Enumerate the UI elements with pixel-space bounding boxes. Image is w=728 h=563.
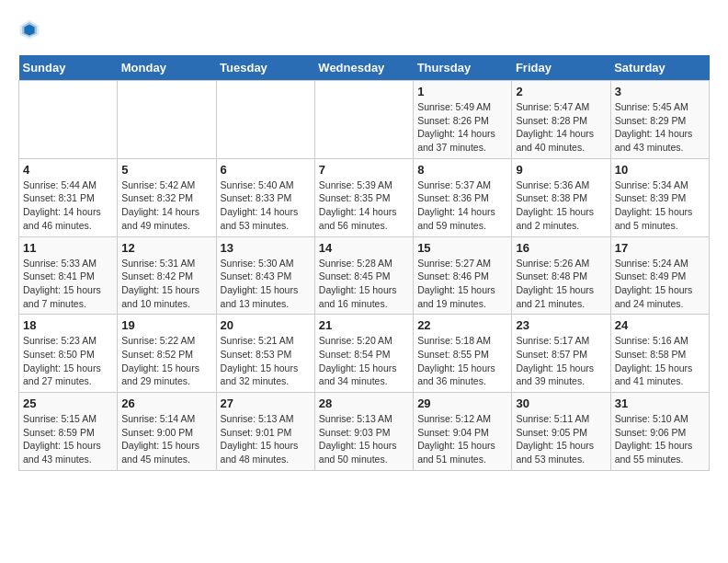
calendar-cell: 30Sunrise: 5:11 AM Sunset: 9:05 PM Dayli… [512,393,610,471]
day-info: Sunrise: 5:16 AM Sunset: 8:58 PM Dayligh… [615,334,705,388]
day-info: Sunrise: 5:28 AM Sunset: 8:45 PM Dayligh… [319,257,409,311]
day-info: Sunrise: 5:45 AM Sunset: 8:29 PM Dayligh… [615,100,705,155]
day-info: Sunrise: 5:42 AM Sunset: 8:32 PM Dayligh… [121,178,211,233]
calendar-cell: 27Sunrise: 5:13 AM Sunset: 9:01 PM Dayli… [216,393,314,471]
calendar-week-row: 1Sunrise: 5:49 AM Sunset: 8:26 PM Daylig… [19,81,710,159]
day-number: 5 [121,163,211,177]
day-number: 16 [516,241,606,255]
calendar-cell: 8Sunrise: 5:37 AM Sunset: 8:36 PM Daylig… [414,158,512,236]
logo-icon [18,18,40,40]
logo [18,18,44,40]
day-info: Sunrise: 5:27 AM Sunset: 8:46 PM Dayligh… [417,257,507,311]
calendar-cell [19,81,118,159]
day-of-week-header: Sunday [19,55,118,81]
day-info: Sunrise: 5:21 AM Sunset: 8:53 PM Dayligh… [221,334,311,388]
day-of-week-header: Saturday [610,55,709,81]
day-number: 17 [615,241,705,255]
calendar-cell: 11Sunrise: 5:33 AM Sunset: 8:41 PM Dayli… [19,236,118,315]
calendar-cell: 19Sunrise: 5:22 AM Sunset: 8:52 PM Dayli… [118,315,216,393]
day-info: Sunrise: 5:13 AM Sunset: 9:03 PM Dayligh… [319,412,409,466]
calendar-cell: 24Sunrise: 5:16 AM Sunset: 8:58 PM Dayli… [610,315,709,393]
calendar-cell: 23Sunrise: 5:17 AM Sunset: 8:57 PM Dayli… [512,315,610,393]
calendar-cell: 20Sunrise: 5:21 AM Sunset: 8:53 PM Dayli… [216,315,314,393]
day-number: 4 [23,163,113,177]
day-number: 22 [417,318,507,332]
day-number: 9 [516,163,606,177]
day-of-week-header: Monday [118,55,216,81]
calendar-cell: 2Sunrise: 5:47 AM Sunset: 8:28 PM Daylig… [512,81,610,159]
calendar-week-row: 25Sunrise: 5:15 AM Sunset: 8:59 PM Dayli… [19,393,710,471]
day-number: 2 [516,85,606,98]
calendar-cell: 22Sunrise: 5:18 AM Sunset: 8:55 PM Dayli… [414,315,512,393]
day-number: 20 [221,318,311,332]
day-info: Sunrise: 5:40 AM Sunset: 8:33 PM Dayligh… [221,178,311,233]
calendar-cell [216,81,314,159]
day-info: Sunrise: 5:37 AM Sunset: 8:36 PM Dayligh… [417,178,507,233]
calendar-cell: 18Sunrise: 5:23 AM Sunset: 8:50 PM Dayli… [19,315,118,393]
day-number: 28 [319,396,409,410]
day-info: Sunrise: 5:13 AM Sunset: 9:01 PM Dayligh… [221,412,311,466]
calendar-cell [314,81,413,159]
day-number: 1 [417,85,507,98]
day-of-week-header: Tuesday [216,55,314,81]
calendar-cell: 29Sunrise: 5:12 AM Sunset: 9:04 PM Dayli… [414,393,512,471]
day-number: 13 [221,241,311,255]
day-of-week-header: Wednesday [314,55,413,81]
day-number: 27 [221,396,311,410]
calendar-cell: 7Sunrise: 5:39 AM Sunset: 8:35 PM Daylig… [314,158,413,236]
day-number: 31 [615,396,705,410]
day-number: 26 [121,396,211,410]
calendar-cell [118,81,216,159]
calendar-week-row: 4Sunrise: 5:44 AM Sunset: 8:31 PM Daylig… [19,158,710,236]
day-info: Sunrise: 5:14 AM Sunset: 9:00 PM Dayligh… [121,412,211,466]
calendar-week-row: 11Sunrise: 5:33 AM Sunset: 8:41 PM Dayli… [19,236,710,315]
calendar-cell: 26Sunrise: 5:14 AM Sunset: 9:00 PM Dayli… [118,393,216,471]
calendar-cell: 15Sunrise: 5:27 AM Sunset: 8:46 PM Dayli… [414,236,512,315]
day-number: 6 [221,163,311,177]
day-number: 29 [417,396,507,410]
day-info: Sunrise: 5:10 AM Sunset: 9:06 PM Dayligh… [615,412,705,466]
calendar-cell: 28Sunrise: 5:13 AM Sunset: 9:03 PM Dayli… [314,393,413,471]
day-number: 12 [121,241,211,255]
day-number: 18 [23,318,113,332]
day-info: Sunrise: 5:12 AM Sunset: 9:04 PM Dayligh… [417,412,507,466]
calendar-cell: 16Sunrise: 5:26 AM Sunset: 8:48 PM Dayli… [512,236,610,315]
day-number: 8 [417,163,507,177]
day-info: Sunrise: 5:24 AM Sunset: 8:49 PM Dayligh… [615,257,705,311]
day-info: Sunrise: 5:22 AM Sunset: 8:52 PM Dayligh… [121,334,211,388]
calendar-cell: 12Sunrise: 5:31 AM Sunset: 8:42 PM Dayli… [118,236,216,315]
day-number: 19 [121,318,211,332]
day-info: Sunrise: 5:36 AM Sunset: 8:38 PM Dayligh… [516,178,606,233]
day-info: Sunrise: 5:20 AM Sunset: 8:54 PM Dayligh… [319,334,409,388]
calendar-cell: 5Sunrise: 5:42 AM Sunset: 8:32 PM Daylig… [118,158,216,236]
day-info: Sunrise: 5:17 AM Sunset: 8:57 PM Dayligh… [516,334,606,388]
calendar-cell: 10Sunrise: 5:34 AM Sunset: 8:39 PM Dayli… [610,158,709,236]
day-number: 11 [23,241,113,255]
calendar-cell: 13Sunrise: 5:30 AM Sunset: 8:43 PM Dayli… [216,236,314,315]
day-of-week-header: Friday [512,55,610,81]
day-info: Sunrise: 5:31 AM Sunset: 8:42 PM Dayligh… [121,257,211,311]
calendar-week-row: 18Sunrise: 5:23 AM Sunset: 8:50 PM Dayli… [19,315,710,393]
calendar-cell: 9Sunrise: 5:36 AM Sunset: 8:38 PM Daylig… [512,158,610,236]
calendar-cell: 6Sunrise: 5:40 AM Sunset: 8:33 PM Daylig… [216,158,314,236]
day-info: Sunrise: 5:18 AM Sunset: 8:55 PM Dayligh… [417,334,507,388]
calendar-table: SundayMondayTuesdayWednesdayThursdayFrid… [18,55,710,471]
day-info: Sunrise: 5:34 AM Sunset: 8:39 PM Dayligh… [615,178,705,233]
day-info: Sunrise: 5:47 AM Sunset: 8:28 PM Dayligh… [516,100,606,155]
day-info: Sunrise: 5:33 AM Sunset: 8:41 PM Dayligh… [23,257,113,311]
calendar-cell: 25Sunrise: 5:15 AM Sunset: 8:59 PM Dayli… [19,393,118,471]
day-info: Sunrise: 5:44 AM Sunset: 8:31 PM Dayligh… [23,178,113,233]
day-number: 15 [417,241,507,255]
day-number: 14 [319,241,409,255]
day-info: Sunrise: 5:26 AM Sunset: 8:48 PM Dayligh… [516,257,606,311]
calendar-cell: 31Sunrise: 5:10 AM Sunset: 9:06 PM Dayli… [610,393,709,471]
calendar-cell: 21Sunrise: 5:20 AM Sunset: 8:54 PM Dayli… [314,315,413,393]
page-header [18,18,710,40]
day-number: 10 [615,163,705,177]
day-info: Sunrise: 5:23 AM Sunset: 8:50 PM Dayligh… [23,334,113,388]
header-row: SundayMondayTuesdayWednesdayThursdayFrid… [19,55,710,81]
day-of-week-header: Thursday [414,55,512,81]
day-info: Sunrise: 5:11 AM Sunset: 9:05 PM Dayligh… [516,412,606,466]
day-number: 24 [615,318,705,332]
calendar-cell: 3Sunrise: 5:45 AM Sunset: 8:29 PM Daylig… [610,81,709,159]
